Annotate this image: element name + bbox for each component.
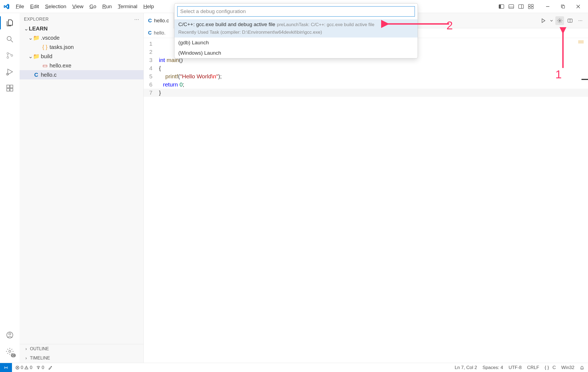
settings-badge: C [11, 354, 16, 357]
layout-sidebar-left-icon[interactable] [498, 3, 505, 10]
file-tree: ⌄ LEARN ⌄ 📁 .vscode { } tasks.json ⌄ 📁 b… [20, 24, 143, 344]
code-brace: { [159, 64, 161, 72]
outline-label: OUTLINE [30, 346, 49, 351]
chevron-down-icon: ⌄ [28, 35, 33, 41]
status-indentation[interactable]: Spaces: 4 [483, 365, 503, 370]
run-dropdown-chevron[interactable] [549, 16, 554, 25]
menu-terminal[interactable]: Terminal [115, 2, 140, 11]
status-cursor-position[interactable]: Ln 7, Col 2 [455, 365, 477, 370]
tree-label: hello.c [41, 72, 57, 78]
status-notifications-icon[interactable] [580, 365, 584, 370]
status-lang-label: C [553, 365, 556, 370]
activity-source-control[interactable] [3, 49, 16, 62]
status-ports[interactable]: 0 [36, 365, 44, 370]
status-encoding[interactable]: UTF-8 [509, 365, 522, 370]
status-build-task[interactable] [48, 365, 52, 370]
window-maximize-button[interactable] [555, 0, 571, 13]
tree-file-hello-exe[interactable]: ▭ hello.exe [20, 61, 143, 70]
svg-rect-12 [562, 6, 565, 8]
window-close-button[interactable] [571, 0, 586, 13]
svg-rect-25 [10, 85, 13, 88]
tree-file-tasks-json[interactable]: { } tasks.json [20, 42, 143, 52]
status-bar: 0 0 0 Ln 7, Col 2 Spaces: 4 UTF-8 CRLF {… [0, 363, 588, 372]
status-problems[interactable]: 0 0 [15, 365, 32, 370]
menu-edit[interactable]: Edit [27, 2, 42, 11]
palette-item-gdb-launch[interactable]: (gdb) Launch [174, 38, 418, 48]
timeline-section[interactable]: ›TIMELINE [20, 354, 143, 363]
tree-label: tasks.json [50, 44, 74, 50]
code-fn: printf [165, 73, 178, 79]
outline-section[interactable]: ›OUTLINE [20, 344, 143, 354]
svg-rect-23 [7, 88, 10, 91]
menu-help[interactable]: Help [140, 2, 157, 11]
vscode-logo-icon [0, 3, 13, 10]
debug-config-palette: C/C++: gcc.exe build and debug active fi… [174, 3, 418, 58]
editor-area: C hello.c ⋯ C hello. 1 2 3int main() 4{ … [144, 13, 588, 363]
svg-rect-1 [499, 5, 501, 8]
status-language[interactable]: { } C [545, 365, 556, 370]
menu-view[interactable]: View [70, 2, 86, 11]
line-number: 1 [144, 40, 159, 48]
window-minimize-button[interactable] [540, 0, 555, 13]
activity-settings[interactable]: C [3, 345, 16, 358]
layout-panel-bottom-icon[interactable] [507, 3, 515, 10]
status-eol[interactable]: CRLF [527, 365, 539, 370]
code-escape: \n [212, 73, 216, 79]
layout-sidebar-right-icon[interactable] [517, 3, 525, 10]
activity-extensions[interactable] [3, 82, 16, 95]
layout-customize-icon[interactable] [527, 3, 535, 10]
editor-more-button[interactable]: ⋯ [576, 16, 585, 25]
chevron-down-icon: ⌄ [28, 53, 33, 60]
status-spaces: Spaces: 4 [483, 365, 503, 370]
svg-rect-24 [10, 88, 13, 91]
activity-search[interactable] [3, 33, 16, 46]
explorer-sidebar: EXPLORER ⋯ ⌄ LEARN ⌄ 📁 .vscode { } tasks… [20, 13, 144, 363]
status-encoding-label: UTF-8 [509, 365, 522, 370]
activity-accounts[interactable] [3, 328, 16, 342]
menu-selection[interactable]: Selection [42, 2, 69, 11]
svg-rect-8 [528, 7, 530, 9]
svg-point-27 [9, 333, 11, 335]
split-editor-button[interactable] [566, 16, 574, 25]
menu-run[interactable]: Run [100, 2, 115, 11]
minimap[interactable] [578, 40, 584, 44]
tree-label: hello.exe [50, 63, 71, 69]
status-platform-label: Win32 [561, 365, 574, 370]
tree-label: .vscode [41, 35, 60, 41]
palette-item-gcc-build-debug[interactable]: C/C++: gcc.exe build and debug active fi… [174, 19, 418, 38]
tree-file-hello-c[interactable]: C hello.c [20, 70, 143, 79]
sidebar-more-icon[interactable]: ⋯ [134, 16, 139, 22]
svg-point-17 [7, 52, 8, 54]
menu-go[interactable]: Go [87, 2, 99, 11]
code-string: "Hello World [180, 73, 212, 79]
activity-run-debug[interactable] [3, 65, 16, 78]
c-file-icon: C [148, 18, 152, 24]
tab-hello-c[interactable]: C hello.c [144, 13, 174, 28]
tree-folder-vscode[interactable]: ⌄ 📁 .vscode [20, 33, 143, 42]
menu-file[interactable]: FFileile [13, 2, 27, 11]
activity-explorer[interactable] [3, 16, 16, 29]
activity-bar: C [0, 13, 20, 363]
tree-label: build [41, 53, 52, 60]
status-lang-brackets: { } [545, 365, 549, 370]
line-number: 6 [144, 80, 159, 89]
line-number: 5 [144, 72, 159, 80]
svg-rect-2 [509, 5, 514, 8]
svg-rect-7 [531, 4, 533, 6]
status-eol-label: CRLF [527, 365, 539, 370]
timeline-label: TIMELINE [30, 356, 50, 361]
line-number: 7 [144, 89, 159, 97]
palette-input[interactable] [177, 6, 415, 17]
run-play-button[interactable] [539, 16, 548, 25]
status-warnings-count: 0 [30, 365, 32, 370]
svg-rect-9 [531, 7, 533, 9]
code-keyword: return [163, 81, 178, 88]
palette-item-main: C/C++: gcc.exe build and debug active fi… [178, 21, 275, 27]
debug-config-gear-button[interactable] [555, 16, 564, 25]
tree-folder-build[interactable]: ⌄ 📁 build [20, 52, 143, 61]
code-punct: ); [218, 73, 222, 79]
status-platform[interactable]: Win32 [561, 365, 574, 370]
palette-item-windows-launch[interactable]: (Windows) Launch [174, 48, 418, 58]
remote-button[interactable] [0, 363, 12, 372]
tree-root[interactable]: ⌄ LEARN [20, 24, 143, 33]
